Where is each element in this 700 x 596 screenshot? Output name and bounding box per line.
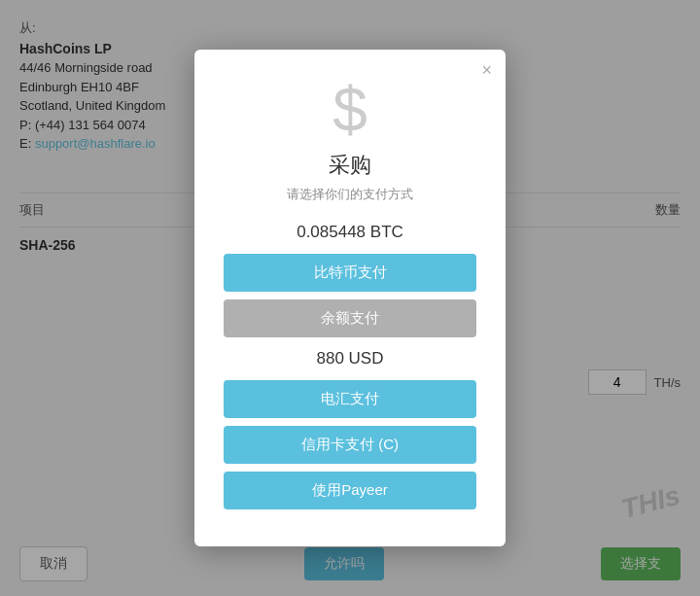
- modal-title: 采购: [224, 151, 476, 180]
- payeer-pay-button[interactable]: 使用Payeer: [224, 472, 476, 509]
- credit-pay-button[interactable]: 信用卡支付 (C): [224, 426, 476, 464]
- balance-pay-button[interactable]: 余额支付: [224, 299, 476, 337]
- close-button[interactable]: ×: [481, 61, 492, 79]
- wire-pay-button[interactable]: 电汇支付: [224, 380, 476, 418]
- bitcoin-pay-button[interactable]: 比特币支付: [224, 254, 476, 292]
- modal-overlay: × $ 采购 请选择你们的支付方式 0.085448 BTC 比特币支付 余额支…: [0, 0, 700, 596]
- dollar-icon: $: [224, 79, 476, 141]
- btc-amount: 0.085448 BTC: [224, 223, 476, 242]
- modal-subtitle: 请选择你们的支付方式: [224, 186, 476, 203]
- usd-amount: 880 USD: [224, 349, 476, 368]
- payment-modal: × $ 采购 请选择你们的支付方式 0.085448 BTC 比特币支付 余额支…: [194, 50, 506, 546]
